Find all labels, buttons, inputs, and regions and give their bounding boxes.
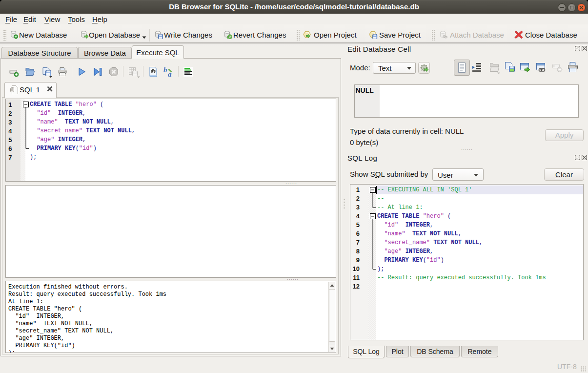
svg-text:b: b: [163, 66, 167, 74]
